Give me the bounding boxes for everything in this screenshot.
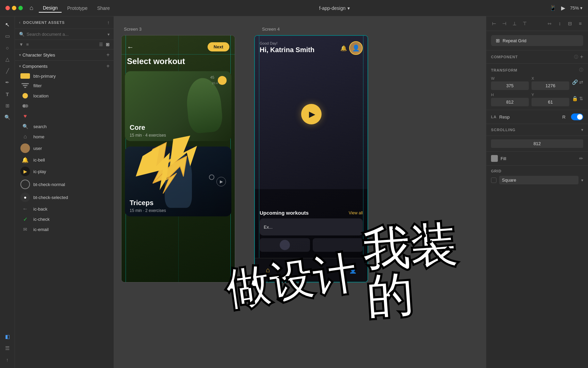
assets-filter-dropdown-btn[interactable]: ▾ bbox=[108, 32, 110, 37]
user-stack-icon bbox=[20, 103, 30, 109]
select-tool-btn[interactable]: ↖ bbox=[2, 19, 13, 30]
nav-user-btn[interactable]: 👤 bbox=[349, 266, 357, 274]
traffic-red[interactable] bbox=[5, 6, 10, 10]
core-yellow-dot bbox=[218, 76, 227, 85]
scrolling-chevron-btn[interactable]: ▾ bbox=[581, 127, 583, 132]
component-item-btn-primary[interactable]: btn-primary bbox=[15, 72, 114, 80]
component-section: COMPONENT ⓘ + bbox=[486, 50, 588, 64]
flip-h-btn[interactable]: ⇄ bbox=[579, 79, 583, 85]
dist-even-btn[interactable]: ⊟ bbox=[566, 19, 574, 28]
device-preview-btn[interactable]: 📱 bbox=[550, 5, 556, 11]
sort-btn[interactable]: ≡ bbox=[26, 42, 29, 47]
align-top-btn[interactable]: ⊤ bbox=[520, 19, 529, 28]
align-left-btn[interactable]: ⊢ bbox=[490, 19, 499, 28]
screen3-next-btn[interactable]: Next bbox=[208, 42, 229, 51]
repeat-grid-btn[interactable]: ⊞ Repeat Grid bbox=[491, 35, 583, 46]
height-value-input[interactable] bbox=[491, 139, 583, 148]
fill-color-swatch[interactable] bbox=[491, 155, 498, 162]
layers-btn[interactable]: ◧ bbox=[2, 331, 13, 342]
assets-search-input[interactable] bbox=[27, 32, 105, 37]
grid-checkbox[interactable] bbox=[491, 178, 496, 183]
screen3-frame[interactable]: ← Next Select workout Core 15 min · 4 ex… bbox=[121, 35, 235, 282]
components-header[interactable]: ▾ Components + bbox=[15, 61, 114, 72]
play-btn[interactable]: ▶ bbox=[561, 5, 565, 11]
lock-ratio-btn[interactable]: 🔒 bbox=[572, 96, 578, 101]
screen3-back-btn[interactable]: ← bbox=[127, 44, 134, 50]
share-btn[interactable]: ↑ bbox=[2, 354, 13, 365]
component-add-btn[interactable]: + bbox=[580, 54, 583, 60]
ellipse-tool-btn[interactable]: ○ bbox=[2, 42, 13, 53]
screen4-avatar[interactable]: 👤 bbox=[349, 41, 363, 55]
nav-gallery-btn[interactable]: ⊞ bbox=[287, 266, 292, 274]
character-styles-add-btn[interactable]: + bbox=[107, 52, 110, 58]
nav-heart-btn[interactable]: ♥ bbox=[329, 266, 332, 274]
fill-eyedropper-btn[interactable]: ✏ bbox=[579, 156, 583, 161]
rectangle-tool-btn[interactable]: ▭ bbox=[2, 31, 13, 42]
component-item-ic-back[interactable]: ← ic-back bbox=[15, 204, 114, 214]
search-tool-btn[interactable]: 🔍 bbox=[2, 112, 13, 123]
flip-v-btn[interactable]: ⇅ bbox=[579, 96, 583, 101]
grid-type-chevron[interactable]: ▾ bbox=[581, 178, 583, 183]
dist-h-btn[interactable]: ⇿ bbox=[545, 19, 554, 28]
components-add-btn[interactable]: + bbox=[107, 63, 110, 69]
zoom-control[interactable]: 75% ▾ bbox=[570, 5, 583, 11]
assets-btn[interactable]: ☰ bbox=[2, 343, 13, 354]
component-item-ic-email[interactable]: ✉ ic-email bbox=[15, 224, 114, 234]
component-item-location[interactable]: location bbox=[15, 91, 114, 101]
scrolling-section: SCROLLING ▾ bbox=[486, 124, 588, 136]
core-card-subtitle: 15 min · 4 exercises bbox=[130, 133, 166, 138]
traffic-green[interactable] bbox=[18, 6, 23, 10]
component-item-bt-check-normal[interactable]: bt-check-normal bbox=[15, 178, 114, 191]
assets-collapse-btn[interactable]: ‹ bbox=[19, 20, 20, 25]
align-center-h-btn[interactable]: ⊣ bbox=[500, 19, 509, 28]
h-input[interactable] bbox=[491, 98, 529, 106]
component-item-ic-play[interactable]: ▶ ic-play bbox=[15, 165, 114, 178]
component-item-search[interactable]: 🔍 search bbox=[15, 121, 114, 132]
component-item-home[interactable]: ⌂ home bbox=[15, 132, 114, 142]
text-tool-btn[interactable]: T bbox=[2, 89, 13, 99]
check-icon: ✓ bbox=[20, 216, 30, 223]
filter-icon-btn[interactable]: ▼ bbox=[19, 42, 23, 47]
plugins-btn[interactable]: ⊞ bbox=[2, 100, 13, 111]
title-chevron[interactable]: ▾ bbox=[347, 5, 350, 11]
upcoming-card[interactable]: Ex... bbox=[260, 218, 363, 235]
component-item-heart[interactable]: ♥ bbox=[15, 111, 114, 121]
pen-tool-btn[interactable]: ✒ bbox=[2, 77, 13, 88]
nav-share[interactable]: Share bbox=[93, 4, 114, 13]
component-item-filter[interactable]: filter bbox=[15, 80, 114, 91]
polygon-tool-btn[interactable]: △ bbox=[2, 54, 13, 65]
screen4-frame[interactable]: Good Day! Hi, Katrina Smith 🔔 👤 ▶ Upcomi… bbox=[254, 35, 368, 282]
nav-prototype[interactable]: Prototype bbox=[63, 4, 92, 13]
workout-card-triceps[interactable]: ▶ Triceps 15 min · 2 exercises bbox=[125, 147, 231, 216]
y-input[interactable] bbox=[532, 98, 569, 106]
w-input[interactable] bbox=[491, 81, 529, 90]
component-item-user-stack[interactable] bbox=[15, 101, 114, 111]
dist-v-btn[interactable]: ↕ bbox=[555, 19, 564, 28]
nav-design[interactable]: Design bbox=[39, 4, 62, 13]
arrange-btn[interactable]: ≡ bbox=[576, 19, 585, 28]
grid-type-select[interactable]: Square bbox=[499, 176, 578, 184]
x-input[interactable] bbox=[532, 81, 569, 90]
screen4-bell-icon[interactable]: 🔔 bbox=[340, 45, 347, 51]
list-view-btn[interactable]: ☰ bbox=[99, 42, 103, 47]
grid-section-title: GRID bbox=[491, 169, 583, 173]
component-item-ic-check[interactable]: ✓ ic-check bbox=[15, 214, 114, 224]
screen4-play-btn[interactable]: ▶ bbox=[301, 104, 322, 124]
assets-export-btn[interactable]: ↑ bbox=[107, 20, 110, 25]
component-item-user[interactable]: user bbox=[15, 142, 114, 155]
lock-aspect-btn[interactable]: 🔗 bbox=[572, 79, 578, 85]
component-item-ic-bell[interactable]: 🔔 ic-bell bbox=[15, 155, 114, 165]
grid-view-btn[interactable]: ⊞ bbox=[106, 42, 110, 47]
responsive-toggle[interactable] bbox=[571, 113, 583, 120]
view-all-btn[interactable]: View all bbox=[349, 211, 363, 215]
topbar-home-icon[interactable]: ⌂ bbox=[30, 4, 33, 12]
workout-card-core[interactable]: Core 15 min · 4 exercises 45 20.4 bbox=[125, 71, 231, 141]
component-item-bt-check-selected[interactable]: ● bt-check-selected bbox=[15, 191, 114, 204]
align-right-btn[interactable]: ⊥ bbox=[510, 19, 519, 28]
user-photo-icon bbox=[20, 143, 30, 153]
line-tool-btn[interactable]: ╱ bbox=[2, 65, 13, 76]
nav-search-nav-btn[interactable]: ○ bbox=[308, 266, 312, 274]
nav-home-btn[interactable]: ⌂ bbox=[266, 266, 270, 274]
character-styles-header[interactable]: ▾ Character Styles + bbox=[15, 49, 114, 60]
traffic-yellow[interactable] bbox=[12, 6, 16, 10]
